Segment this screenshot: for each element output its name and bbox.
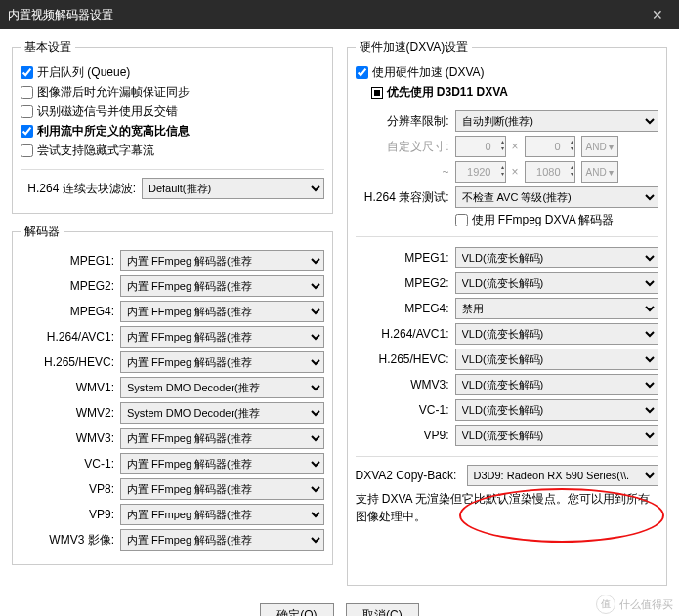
decoder-select-3[interactable]: 内置 FFmpeg 解码器(推荐 — [120, 326, 324, 348]
dxva-codec-select-0[interactable]: VLD(流变长解码) — [455, 247, 659, 268]
decoder-label-0: MPEG1: — [21, 254, 114, 267]
decoder-label-1: MPEG2: — [21, 279, 114, 293]
decoder-select-9[interactable]: 内置 FFmpeg 解码器(推荐 — [120, 478, 324, 500]
decoder-select-5[interactable]: System DMO Decoder(推荐 — [120, 377, 324, 398]
dropframe-checkbox[interactable] — [21, 86, 33, 99]
decoder-label-5: WMV1: — [21, 381, 114, 394]
dxva-codec-select-1[interactable]: VLD(流变长解码) — [455, 272, 659, 294]
decoder-label-4: H.265/HEVC: — [21, 355, 114, 369]
dxva-codec-label-1: MPEG2: — [356, 276, 449, 290]
decoder-select-0[interactable]: 内置 FFmpeg 解码器(推荐 — [120, 250, 324, 271]
aspect-checkbox[interactable] — [21, 125, 33, 138]
queue-checkbox[interactable] — [21, 66, 33, 79]
subtitle-checkbox[interactable] — [21, 144, 33, 157]
decoders-legend: 解码器 — [21, 224, 64, 240]
decoder-select-10[interactable]: 内置 FFmpeg 解码器(推荐 — [120, 504, 324, 525]
dxva-group: 硬件加速(DXVA)设置 使用硬件加速 (DXVA) 优先使用 D3D11 DX… — [347, 39, 668, 586]
close-icon[interactable]: ✕ — [644, 3, 671, 26]
dxva-codec-select-4[interactable]: VLD(流变长解码) — [455, 349, 659, 370]
interlace-checkbox[interactable] — [21, 105, 33, 118]
decoder-label-11: WMV3 影像: — [21, 532, 114, 549]
dxva-codec-label-0: MPEG1: — [356, 251, 449, 265]
decoder-label-10: VP9: — [21, 508, 114, 521]
dxva-codec-select-7[interactable]: VLD(流变长解码) — [455, 425, 659, 446]
window-title: 内置视频解码器设置 — [8, 7, 113, 23]
dxva-legend: 硬件加速(DXVA)设置 — [356, 39, 473, 56]
decoder-select-7[interactable]: 内置 FFmpeg 解码器(推荐 — [120, 428, 324, 449]
ok-button[interactable]: 确定(O) — [260, 603, 333, 616]
res-limit-select[interactable]: 自动判断(推荐) — [455, 110, 659, 132]
custom-h1-input[interactable] — [525, 136, 575, 157]
custom-w2-input[interactable] — [455, 161, 506, 183]
dxva-codec-select-3[interactable]: VLD(流变长解码) — [455, 323, 659, 345]
decoder-select-8[interactable]: 内置 FFmpeg 解码器(推荐 — [120, 453, 324, 474]
decoder-label-8: VC-1: — [21, 457, 114, 471]
dxva-codec-select-5[interactable]: VLD(流变长解码) — [455, 374, 659, 395]
and-button-2[interactable]: AND▾ — [581, 161, 618, 183]
custom-w1-input[interactable] — [455, 136, 506, 157]
h264-deblock-label: H.264 连续去块滤波: — [21, 181, 136, 197]
dxva-codec-label-4: H.265/HEVC: — [356, 352, 449, 366]
decoder-select-1[interactable]: 内置 FFmpeg 解码器(推荐 — [120, 275, 324, 297]
basic-legend: 基本设置 — [21, 39, 75, 56]
watermark: 值 什么值得买 — [596, 595, 673, 614]
d3d11-checkbox[interactable] — [371, 87, 383, 99]
left-column: 基本设置 开启队列 (Queue) 图像滞后时允许漏帧保证同步 识别磁迹信号并使… — [12, 39, 333, 595]
decoder-select-2[interactable]: 内置 FFmpeg 解码器(推荐 — [120, 301, 324, 322]
title-bar: 内置视频解码器设置 ✕ — [0, 0, 679, 29]
copyback-note: 支持 DXVA 无渲染但它比默认渲染慢点。您可以用到所有图像处理中。 — [356, 490, 659, 525]
custom-h2-input[interactable] — [525, 161, 575, 183]
copyback-select[interactable]: D3D9: Radeon RX 590 Series(\\. — [467, 465, 659, 486]
dxva-codec-label-5: WMV3: — [356, 378, 449, 391]
dxva-codec-label-3: H.264/AVC1: — [356, 327, 449, 341]
dxva-codec-select-6[interactable]: VLD(流变长解码) — [455, 399, 659, 421]
copyback-label: DXVA2 Copy-Back: — [356, 469, 461, 482]
decoder-label-2: MPEG4: — [21, 305, 114, 318]
decoder-select-11[interactable]: 内置 FFmpeg 解码器(推荐 — [120, 529, 324, 551]
button-bar: 确定(O) 取消(C) — [0, 595, 679, 616]
use-hw-checkbox[interactable] — [356, 66, 368, 79]
decoder-select-4[interactable]: 内置 FFmpeg 解码器(推荐 — [120, 351, 324, 373]
right-column: 硬件加速(DXVA)设置 使用硬件加速 (DXVA) 优先使用 D3D11 DX… — [347, 39, 668, 595]
ffmpeg-dxva-checkbox[interactable] — [455, 214, 468, 226]
res-limit-label: 分辨率限制: — [356, 113, 449, 130]
and-button-1[interactable]: AND▾ — [581, 136, 618, 157]
decoders-group: 解码器 MPEG1:内置 FFmpeg 解码器(推荐MPEG2:内置 FFmpe… — [12, 224, 333, 565]
custom-size-label: 自定义尺寸: — [356, 139, 449, 155]
basic-settings-group: 基本设置 开启队列 (Queue) 图像滞后时允许漏帧保证同步 识别磁迹信号并使… — [12, 39, 333, 214]
decoder-label-6: WMV2: — [21, 406, 114, 420]
dxva-codec-label-7: VP9: — [356, 429, 449, 442]
dxva-codec-select-2[interactable]: 禁用 — [455, 298, 659, 319]
h264-compat-label: H.264 兼容测试: — [356, 189, 449, 206]
decoder-label-9: VP8: — [21, 482, 114, 496]
h264-compat-select[interactable]: 不检查 AVC 等级(推荐) — [455, 186, 659, 208]
decoder-select-6[interactable]: System DMO Decoder(推荐 — [120, 402, 324, 424]
watermark-badge-icon: 值 — [596, 595, 615, 614]
decoder-label-7: WMV3: — [21, 431, 114, 445]
decoder-label-3: H.264/AVC1: — [21, 330, 114, 344]
dxva-codec-label-6: VC-1: — [356, 403, 449, 417]
dxva-codec-label-2: MPEG4: — [356, 302, 449, 315]
h264-deblock-select[interactable]: Default(推荐) — [142, 178, 324, 199]
cancel-button[interactable]: 取消(C) — [346, 603, 419, 616]
